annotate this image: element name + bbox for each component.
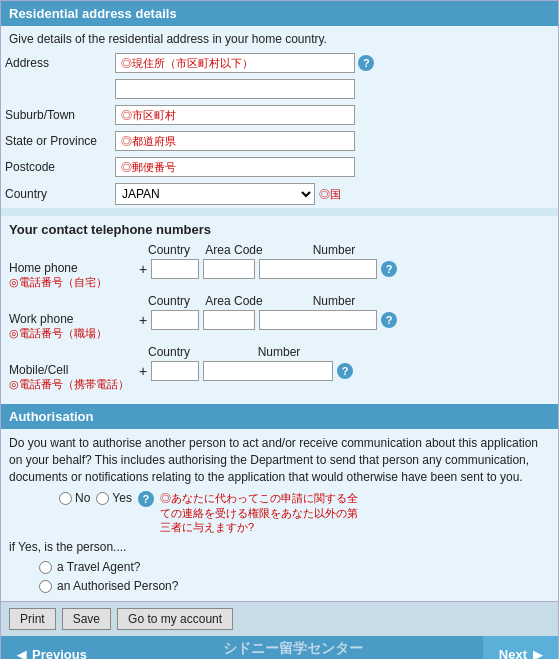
home-phone-inputs: + ? xyxy=(139,259,397,279)
residential-intro: Give details of the residential address … xyxy=(1,26,558,50)
work-col-country: Country xyxy=(139,294,199,308)
phone-header-row: Country Area Code Number xyxy=(139,243,550,257)
home-phone-help-icon[interactable]: ? xyxy=(381,261,397,277)
auth-jp-note: ◎あなたに代わってこの申請に関する全ての連絡を受ける権限をあなた以外の第三者に与… xyxy=(160,491,360,534)
mobile-col-number: Number xyxy=(199,345,359,359)
address-form: Address ◎現住所（市区町村以下） ? Suburb/Town ◎市区町村 xyxy=(1,50,558,208)
previous-button[interactable]: Previous xyxy=(1,636,103,659)
work-phone-row: Work phone ◎電話番号（職場） + ? xyxy=(9,310,550,341)
work-phone-label: Work phone ◎電話番号（職場） xyxy=(9,310,139,341)
work-phone-area[interactable] xyxy=(203,310,255,330)
col-number-label: Number xyxy=(269,243,399,257)
auth-yes-label[interactable]: Yes xyxy=(96,491,132,505)
work-phone-country[interactable] xyxy=(151,310,199,330)
mobile-header-sub: Country Number xyxy=(139,345,550,359)
work-phone-inputs: + ? xyxy=(139,310,397,330)
nav-center: シドニー留学センター Sydney Study Abroad Center xyxy=(223,640,363,659)
authorised-person-option[interactable]: an Authorised Person? xyxy=(39,579,550,593)
address-label: Address xyxy=(1,50,111,76)
home-phone-area[interactable] xyxy=(203,259,255,279)
nav-logo-text: シドニー留学センター xyxy=(223,640,363,658)
home-phone-label: Home phone ◎電話番号（自宅） xyxy=(9,259,139,290)
address-row: Address ◎現住所（市区町村以下） ? xyxy=(1,50,558,76)
mobile-phone-inputs: + ? xyxy=(139,361,353,381)
nav-bar: Previous シドニー留学センター Sydney Study Abroad … xyxy=(1,636,558,659)
mobile-plus: + xyxy=(139,363,147,379)
prev-arrow-icon xyxy=(17,647,26,659)
mobile-phone-help-icon[interactable]: ? xyxy=(337,363,353,379)
mobile-col-country: Country xyxy=(139,345,199,359)
home-plus: + xyxy=(139,261,147,277)
mobile-phone-number[interactable] xyxy=(203,361,333,381)
suburb-label: Suburb/Town xyxy=(1,102,111,128)
col-areacode-label: Area Code xyxy=(199,243,269,257)
address-input-1[interactable] xyxy=(115,53,355,73)
travel-agent-option[interactable]: a Travel Agent? xyxy=(39,560,550,574)
work-phone-header-sub: Country Area Code Number xyxy=(139,294,550,308)
work-phone-help-icon[interactable]: ? xyxy=(381,312,397,328)
travel-agent-radio[interactable] xyxy=(39,561,52,574)
address-input-wrapper: ◎現住所（市区町村以下） xyxy=(115,53,355,73)
auth-section: Authorisation Do you want to authorise a… xyxy=(1,404,558,601)
telephone-section: Your contact telephone numbers Country A… xyxy=(1,216,558,404)
state-input-wrapper: ◎都道府県 xyxy=(115,131,355,151)
section-divider-1 xyxy=(1,208,558,216)
home-phone-number[interactable] xyxy=(259,259,377,279)
home-phone-row: Home phone ◎電話番号（自宅） + ? xyxy=(9,259,550,290)
save-button[interactable]: Save xyxy=(62,608,111,630)
next-arrow-icon xyxy=(533,647,542,659)
postcode-input-wrapper: ◎郵便番号 xyxy=(115,157,355,177)
address-input-2[interactable] xyxy=(115,79,355,99)
work-phone-number[interactable] xyxy=(259,310,377,330)
postcode-input[interactable] xyxy=(115,157,355,177)
residential-header: Residential address details xyxy=(1,1,558,26)
postcode-row: Postcode ◎郵便番号 xyxy=(1,154,558,180)
home-phone-country[interactable] xyxy=(151,259,199,279)
suburb-row: Suburb/Town ◎市区町村 xyxy=(1,102,558,128)
telephone-header: Your contact telephone numbers xyxy=(9,222,550,237)
authorised-person-radio[interactable] xyxy=(39,580,52,593)
country-label: Country xyxy=(1,180,111,208)
auth-no-label[interactable]: No xyxy=(59,491,90,505)
country-select[interactable]: JAPAN xyxy=(115,183,315,205)
state-row: State or Province ◎都道府県 xyxy=(1,128,558,154)
postcode-label: Postcode xyxy=(1,154,111,180)
mobile-phone-row: Mobile/Cell ◎電話番号（携帯電話） + ? xyxy=(9,361,550,392)
state-label: State or Province xyxy=(1,128,111,154)
auth-radio-row: No Yes ? ◎あなたに代わってこの申請に関する全ての連絡を受ける権限をあな… xyxy=(9,491,550,534)
bottom-bar: Print Save Go to my account xyxy=(1,601,558,636)
suburb-input-wrapper: ◎市区町村 xyxy=(115,105,355,125)
print-button[interactable]: Print xyxy=(9,608,56,630)
work-plus: + xyxy=(139,312,147,328)
address-row-2 xyxy=(1,76,558,102)
auth-no-radio[interactable] xyxy=(59,492,72,505)
if-yes-label: if Yes, is the person.... xyxy=(9,540,139,554)
address-help-icon[interactable]: ? xyxy=(358,55,374,71)
country-row: Country JAPAN ◎国 xyxy=(1,180,558,208)
col-country-label: Country xyxy=(139,243,199,257)
auth-help-icon[interactable]: ? xyxy=(138,491,154,507)
state-input[interactable] xyxy=(115,131,355,151)
auth-header: Authorisation xyxy=(1,404,558,429)
mobile-phone-label: Mobile/Cell ◎電話番号（携帯電話） xyxy=(9,361,139,392)
main-container: Residential address details Give details… xyxy=(0,0,559,659)
auth-options: a Travel Agent? an Authorised Person? xyxy=(39,560,550,593)
suburb-input[interactable] xyxy=(115,105,355,125)
auth-yes-radio[interactable] xyxy=(96,492,109,505)
auth-text: Do you want to authorise another person … xyxy=(9,435,550,485)
work-col-areacode: Area Code xyxy=(199,294,269,308)
work-col-number: Number xyxy=(269,294,399,308)
country-jp-label: ◎国 xyxy=(319,187,341,202)
if-yes-row: if Yes, is the person.... xyxy=(9,540,550,554)
mobile-phone-country[interactable] xyxy=(151,361,199,381)
next-button[interactable]: Next xyxy=(483,636,558,659)
auth-body: Do you want to authorise another person … xyxy=(1,429,558,601)
go-to-account-button[interactable]: Go to my account xyxy=(117,608,233,630)
